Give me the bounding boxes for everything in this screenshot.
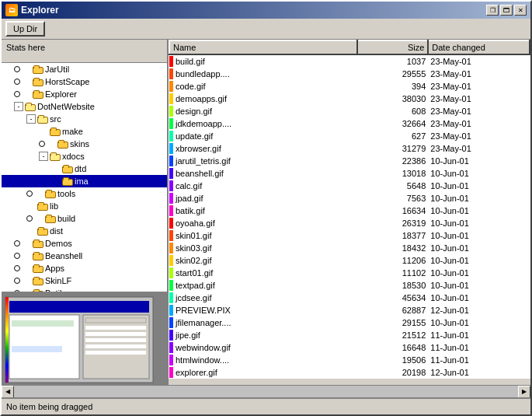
color-bar-icon [169,81,173,92]
table-row[interactable]: xbrowser.gif3127923-May-01 [169,142,530,155]
table-row[interactable]: update.gif62723-May-01 [169,130,530,142]
table-row[interactable]: skin01.gif1837710-Jun-01 [169,229,530,242]
file-name: skin02.gif [176,256,211,265]
file-name: design.gif [176,107,212,116]
tree-item-xdocs[interactable]: -xdocs [2,150,167,163]
table-row[interactable]: build.gif103723-May-01 [169,54,530,68]
file-table[interactable]: Name Size Date changed build.gif103723-M… [169,40,530,385]
updir-button[interactable]: Up Dir [5,21,45,37]
tree-item-skinlf[interactable]: SkinLF [2,274,167,287]
table-row[interactable]: bundledapp....2955523-May-01 [169,68,530,80]
tree-item-skins[interactable]: skins [2,138,167,150]
svg-rect-6 [12,329,66,335]
tree-item-label: JarUtil [45,65,69,74]
table-row[interactable]: jipe.gif2151211-Jun-01 [169,329,530,341]
tree-item-horstscape[interactable]: HorstScape [2,75,167,88]
tree-item-src[interactable]: -src [2,113,167,125]
maximize-button[interactable]: 🗖 [500,5,513,16]
tree-item-make[interactable]: make [2,125,167,138]
tree-item-label: Demos [45,239,72,248]
table-row[interactable]: start01.gif1110210-Jun-01 [169,267,530,279]
col-name-header[interactable]: Name [169,40,357,54]
table-row[interactable]: htmlwindow....1950611-Jun-01 [169,354,530,366]
tree-expand-icon[interactable]: - [39,152,48,161]
tree-area[interactable]: JarUtilHorstScapeExplorer-DotNetWebsite-… [2,63,167,292]
file-date-cell: 10-Jun-01 [428,316,530,329]
close-button[interactable]: ✕ [514,5,527,16]
folder-icon [33,90,43,99]
tree-item-label: HorstScape [45,77,89,86]
file-name-cell: design.gif [169,105,357,117]
tree-item-jarutil[interactable]: JarUtil [2,63,167,75]
file-name: jpad.gif [176,194,203,203]
table-row[interactable]: jdkdemoapp....3266423-May-01 [169,117,530,130]
link-dot-icon [26,191,33,197]
title-bar: 🗂 Explorer ❐ 🗖 ✕ [2,2,530,19]
folder-icon [33,252,43,260]
restore-button[interactable]: ❐ [486,5,499,16]
file-name: jipe.gif [176,330,200,340]
table-row[interactable]: explorer.gif2019812-Jun-01 [169,366,530,379]
table-row[interactable]: batik.gif1663410-Jun-01 [169,205,530,217]
table-row[interactable]: oyoaha.gif2631910-Jun-01 [169,217,530,229]
hscroll-left-button[interactable]: ◀ [2,386,14,398]
hscroll-bar: ◀ ▶ [2,385,530,397]
tree-item-dotnetwebsite[interactable]: -DotNetWebsite [2,100,167,113]
table-row[interactable]: webwindow.gif1664811-Jun-01 [169,341,530,354]
tree-item-ima[interactable]: ima [2,175,167,187]
table-row[interactable]: jpad.gif756310-Jun-01 [169,192,530,205]
title-buttons: ❐ 🗖 ✕ [486,5,527,16]
table-row[interactable]: textpad.gif1853010-Jun-01 [169,279,530,292]
color-bar-icon [169,292,173,303]
file-date-cell: 10-Jun-01 [428,267,530,279]
table-row[interactable]: code.gif39423-May-01 [169,80,530,93]
table-row[interactable]: calc.gif564810-Jun-01 [169,180,530,192]
table-row[interactable]: beanshell.gif1301810-Jun-01 [169,167,530,180]
file-name: jcdsee.gif [176,293,211,302]
tree-item-dist[interactable]: dist [2,225,167,237]
tree-item-dtd[interactable]: dtd [2,163,167,175]
table-row[interactable]: jfilemanager....2915510-Jun-01 [169,316,530,329]
tree-expand-icon[interactable]: - [14,102,23,111]
file-size-cell: 26319 [357,217,428,229]
folder-icon [33,65,43,74]
table-row[interactable]: skin02.gif1120610-Jun-01 [169,254,530,267]
tree-item-label: SkinLF [45,276,71,285]
hscroll-right-button[interactable]: ▶ [518,386,530,398]
tree-item-tools[interactable]: tools [2,187,167,200]
folder-icon [50,128,61,136]
folder-icon [33,239,43,248]
tree-item-beanshell[interactable]: Beanshell [2,250,167,262]
table-row[interactable]: skin03.gif1843210-Jun-01 [169,242,530,254]
table-header-row: Name Size Date changed [169,40,530,54]
file-date-cell: 23-May-01 [428,105,530,117]
hscroll-track[interactable] [14,386,518,398]
color-bar-icon [169,342,173,353]
tree-item-demos[interactable]: Demos [2,237,167,250]
svg-rect-8 [12,346,62,352]
table-row[interactable]: PREVIEW.PIX6288712-Jun-01 [169,304,530,316]
tree-item-build[interactable]: build [2,212,167,225]
tree-item-label: dtd [75,164,86,173]
color-bar-icon [169,280,173,291]
table-row[interactable]: design.gif60823-May-01 [169,105,530,117]
table-row[interactable]: jcdsee.gif4563410-Jun-01 [169,292,530,304]
file-size-cell: 13018 [357,167,428,180]
color-bar-icon [169,255,173,266]
file-name-cell: oyoaha.gif [169,217,357,229]
file-name: jfilemanager.... [176,318,231,327]
table-row[interactable]: demoapps.gif3803023-May-01 [169,93,530,105]
table-row[interactable]: jarutil_tetris.gif2238610-Jun-01 [169,155,530,167]
col-date-header[interactable]: Date changed [428,40,530,54]
file-name: jdkdemoapp.... [176,119,231,128]
file-name: build.gif [176,57,205,66]
tree-expand-icon[interactable]: - [26,114,36,124]
color-bar-icon [169,205,173,216]
file-name-cell: calc.gif [169,180,357,192]
right-panel: Name Size Date changed build.gif103723-M… [169,40,530,385]
tree-item-explorer[interactable]: Explorer [2,88,167,100]
tree-item-apps[interactable]: Apps [2,262,167,274]
tree-item-lib[interactable]: lib [2,200,167,212]
col-size-header[interactable]: Size [357,40,428,54]
file-name-cell: skin01.gif [169,229,357,242]
